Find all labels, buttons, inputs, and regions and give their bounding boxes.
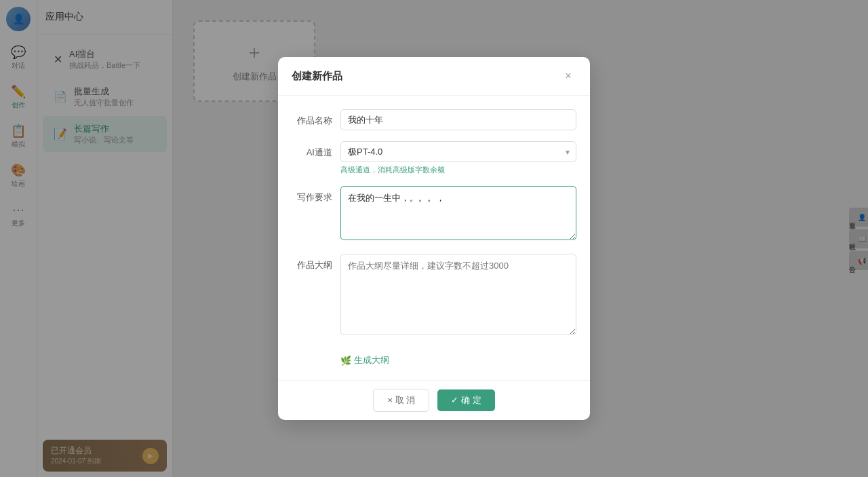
- ai-label: AI通道: [292, 141, 332, 159]
- modal-overlay: 创建新作品 × 作品名称 AI通道 极PT-4.0 标准通道: [0, 0, 868, 477]
- form-row-ai: AI通道 极PT-4.0 标准通道 经济通道 ▼ 高级通道，消耗高级版字数余额: [292, 141, 576, 175]
- cancel-button[interactable]: × 取 消: [373, 389, 429, 412]
- ai-channel-select[interactable]: 极PT-4.0 标准通道 经济通道: [340, 141, 576, 162]
- ai-hint: 高级通道，消耗高级版字数余额: [340, 165, 576, 175]
- dialog-title: 创建新作品: [292, 70, 342, 83]
- dialog-footer: × 取 消 ✓ 确 定: [278, 380, 590, 420]
- gen-outline-icon: 🌿: [340, 356, 351, 366]
- gen-outline-button[interactable]: 🌿 生成大纲: [340, 351, 389, 369]
- ai-select-wrapper: 极PT-4.0 标准通道 经济通道 ▼: [340, 141, 576, 162]
- name-label: 作品名称: [292, 109, 332, 127]
- form-row-req: 写作要求: [292, 186, 576, 243]
- name-control: [340, 109, 576, 130]
- ai-control: 极PT-4.0 标准通道 经济通道 ▼ 高级通道，消耗高级版字数余额: [340, 141, 576, 175]
- dialog-body: 作品名称 AI通道 极PT-4.0 标准通道 经济通道 ▼: [278, 96, 590, 380]
- outline-control: [340, 254, 576, 338]
- outline-label: 作品大纲: [292, 254, 332, 271]
- req-label: 写作要求: [292, 186, 332, 204]
- gen-outline-row: 🌿 生成大纲: [292, 349, 576, 369]
- confirm-button[interactable]: ✓ 确 定: [437, 389, 494, 411]
- name-input[interactable]: [340, 109, 576, 130]
- outline-textarea[interactable]: [340, 254, 576, 335]
- gen-outline-label: 生成大纲: [354, 354, 389, 366]
- create-dialog: 创建新作品 × 作品名称 AI通道 极PT-4.0 标准通道: [278, 57, 590, 420]
- form-row-outline: 作品大纲: [292, 254, 576, 338]
- dialog-header: 创建新作品 ×: [278, 57, 590, 96]
- dialog-close-button[interactable]: ×: [560, 68, 576, 84]
- req-control: [340, 186, 576, 243]
- form-row-name: 作品名称: [292, 109, 576, 130]
- requirement-textarea[interactable]: [340, 186, 576, 240]
